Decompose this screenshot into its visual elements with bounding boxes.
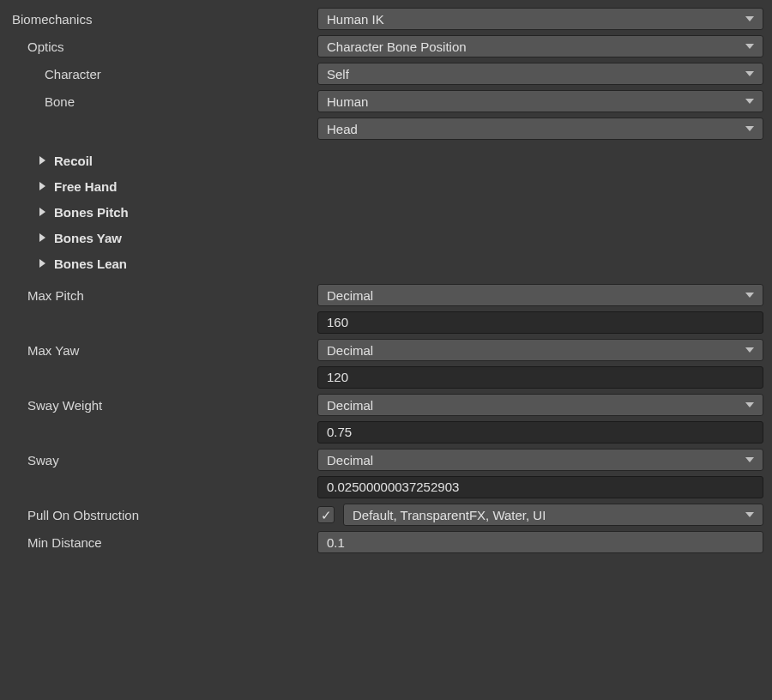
foldout-label: Bones Lean <box>54 256 127 271</box>
sway-label: Sway <box>27 453 59 468</box>
caret-right-icon <box>39 208 45 216</box>
sway-type: Decimal <box>327 453 373 468</box>
foldout-label: Bones Pitch <box>54 205 129 220</box>
caret-right-icon <box>39 259 45 268</box>
foldout-recoil[interactable]: Recoil <box>0 148 772 173</box>
foldout-bones-yaw[interactable]: Bones Yaw <box>0 225 772 250</box>
bone-label: Bone <box>45 94 75 109</box>
max-yaw-label: Max Yaw <box>27 343 79 358</box>
pull-on-obstruction-checkbox[interactable]: ✓ <box>317 506 335 523</box>
bone-type-value: Human <box>327 94 368 109</box>
chevron-down-icon <box>745 402 754 407</box>
sway-weight-input[interactable]: 0.75 <box>317 421 763 444</box>
sway-weight-value: 0.75 <box>327 425 352 439</box>
min-distance-row: Min Distance 0.1 <box>0 528 772 556</box>
optics-dropdown[interactable]: Character Bone Position <box>317 35 763 57</box>
pull-on-obstruction-dropdown[interactable]: Default, TransparentFX, Water, UI <box>343 504 763 526</box>
sway-weight-type-dropdown[interactable]: Decimal <box>317 394 763 416</box>
pull-on-obstruction-label: Pull On Obstruction <box>27 508 139 522</box>
character-row: Character Self <box>0 60 772 88</box>
chevron-down-icon <box>745 512 754 517</box>
chevron-down-icon <box>745 457 754 462</box>
sway-value-row: 0.02500000037252903 <box>0 475 772 501</box>
max-pitch-type-dropdown[interactable]: Decimal <box>317 284 763 306</box>
bone-row: Bone Human <box>0 88 772 115</box>
max-yaw-value-row: 120 <box>0 365 772 391</box>
chevron-down-icon <box>745 71 754 76</box>
optics-value: Character Bone Position <box>327 39 467 54</box>
max-pitch-input[interactable]: 160 <box>317 311 763 334</box>
check-icon: ✓ <box>321 509 332 522</box>
biomechanics-row: Biomechanics Human IK <box>0 5 772 33</box>
foldout-bones-lean[interactable]: Bones Lean <box>0 250 772 276</box>
sway-weight-value-row: 0.75 <box>0 420 772 446</box>
max-yaw-type: Decimal <box>327 343 373 358</box>
foldout-bones-pitch[interactable]: Bones Pitch <box>0 199 772 225</box>
chevron-down-icon <box>745 293 754 298</box>
bone-part-value: Head <box>327 122 358 136</box>
biomechanics-value: Human IK <box>327 12 384 27</box>
bone-type-dropdown[interactable]: Human <box>317 90 763 112</box>
character-dropdown[interactable]: Self <box>317 63 763 85</box>
biomechanics-label: Biomechanics <box>12 12 92 27</box>
caret-right-icon <box>39 182 45 190</box>
chevron-down-icon <box>745 126 754 131</box>
chevron-down-icon <box>745 44 754 49</box>
sway-weight-type: Decimal <box>327 398 373 413</box>
max-yaw-input[interactable]: 120 <box>317 366 763 389</box>
character-value: Self <box>327 67 349 81</box>
caret-right-icon <box>39 156 45 165</box>
foldout-free-hand[interactable]: Free Hand <box>0 173 772 199</box>
bone-part-dropdown[interactable]: Head <box>317 118 763 140</box>
pull-on-obstruction-row: Pull On Obstruction ✓ Default, Transpare… <box>0 501 772 528</box>
bone-part-row: Head <box>0 115 772 142</box>
pull-on-obstruction-value: Default, TransparentFX, Water, UI <box>353 508 546 522</box>
optics-row: Optics Character Bone Position <box>0 33 772 60</box>
max-yaw-type-dropdown[interactable]: Decimal <box>317 339 763 361</box>
biomechanics-dropdown[interactable]: Human IK <box>317 8 763 30</box>
sway-weight-label: Sway Weight <box>27 398 102 413</box>
sway-weight-row: Sway Weight Decimal <box>0 391 772 419</box>
max-pitch-type: Decimal <box>327 288 373 303</box>
max-pitch-row: Max Pitch Decimal <box>0 281 772 309</box>
max-pitch-value: 160 <box>327 315 348 329</box>
chevron-down-icon <box>745 16 754 21</box>
caret-right-icon <box>39 233 45 242</box>
character-label: Character <box>45 67 101 81</box>
sway-input[interactable]: 0.02500000037252903 <box>317 476 763 498</box>
max-pitch-label: Max Pitch <box>27 288 84 303</box>
foldout-label: Bones Yaw <box>54 231 122 245</box>
chevron-down-icon <box>745 347 754 353</box>
max-yaw-value: 120 <box>327 370 348 384</box>
min-distance-label: Min Distance <box>27 535 102 550</box>
chevron-down-icon <box>745 99 754 104</box>
min-distance-input[interactable]: 0.1 <box>317 531 763 553</box>
sway-row: Sway Decimal <box>0 446 772 474</box>
optics-label: Optics <box>27 39 64 54</box>
foldout-label: Free Hand <box>54 179 117 194</box>
max-pitch-value-row: 160 <box>0 311 772 336</box>
max-yaw-row: Max Yaw Decimal <box>0 336 772 364</box>
min-distance-value: 0.1 <box>327 535 345 550</box>
foldout-label: Recoil <box>54 154 93 168</box>
sway-value: 0.02500000037252903 <box>327 480 459 494</box>
sway-type-dropdown[interactable]: Decimal <box>317 449 763 471</box>
